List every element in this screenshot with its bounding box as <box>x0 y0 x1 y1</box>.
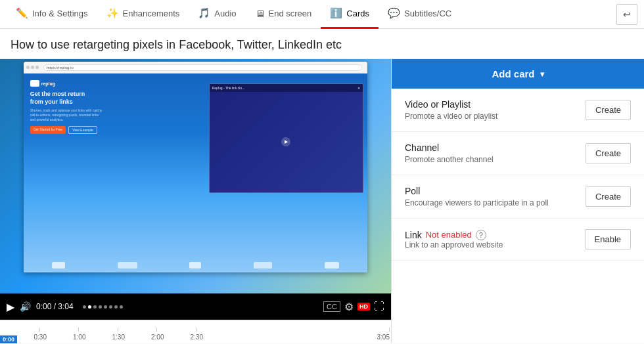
time-display: 0:00 / 3:04 <box>36 302 74 311</box>
site-headline: Get the most return from your links <box>30 91 96 106</box>
play-button[interactable]: ▶ <box>7 301 14 313</box>
browser-dot-3 <box>35 66 39 69</box>
progress-dots <box>83 305 123 309</box>
card-desc-poll: Encourage viewers to participate in a po… <box>405 198 549 207</box>
timeline-start-badge: 0:00 <box>0 335 17 343</box>
label-230: 2:30 <box>191 333 203 341</box>
card-option-link: Link Not enabled ? Link to an approved w… <box>392 219 644 261</box>
music-icon: 🎵 <box>198 7 210 19</box>
dropdown-arrow-icon: ▾ <box>540 70 544 79</box>
brand-logos-row <box>26 262 365 269</box>
site-cta-btn: Get Started for Free <box>30 126 66 134</box>
create-poll-button[interactable]: Create <box>586 186 631 207</box>
nav-audio[interactable]: 🎵 Audio <box>189 0 245 29</box>
inner-video-body: ▶ <box>210 92 363 192</box>
logo-shape <box>30 80 39 87</box>
browser-content: replug Get the most return from your lin… <box>24 74 368 272</box>
browser-dot-2 <box>31 66 34 69</box>
card-option-info-poll: Poll Encourage viewers to participate in… <box>405 186 549 207</box>
label-030: 0:30 <box>34 333 47 341</box>
volume-button[interactable]: 🔊 <box>20 301 31 312</box>
back-button[interactable]: ↩ <box>616 4 637 25</box>
top-nav: ✏️ Info & Settings ✨ Enhancements 🎵 Audi… <box>0 0 644 29</box>
site-cta2-btn: View Example <box>68 126 97 134</box>
video-controls: ▶ 🔊 0:00 / 3:04 CC ⚙ HD ⛶ <box>0 293 391 320</box>
enable-link-button[interactable]: Enable <box>585 229 631 249</box>
brand-logo-2 <box>118 262 137 269</box>
browser-mockup: https://replug.io replug Get the most re… <box>24 62 368 272</box>
video-frame[interactable]: https://replug.io replug Get the most re… <box>0 59 391 293</box>
dot-4 <box>99 305 102 309</box>
site-subtext: Shorten, track and optimize your links w… <box>30 108 103 122</box>
inner-video-header: Replug - The link clo... ✕ <box>210 84 363 92</box>
nav-subtitles[interactable]: 💬 Subtitles/CC <box>379 0 461 29</box>
link-title-row: Link Not enabled ? <box>405 230 503 240</box>
brand-logo-3 <box>189 262 201 269</box>
dot-6 <box>109 305 112 309</box>
browser-url: https://replug.io <box>43 64 363 71</box>
dot-7 <box>114 305 118 309</box>
edit-icon: ✏️ <box>16 7 28 19</box>
label-130: 1:30 <box>112 333 125 341</box>
right-panel: Add card ▾ Video or Playlist Promote a v… <box>391 59 644 343</box>
page-title: How to use retargeting pixels in Faceboo… <box>11 38 633 52</box>
tick-end <box>389 328 390 332</box>
video-area: https://replug.io replug Get the most re… <box>0 59 391 343</box>
timeline-track[interactable]: 0:00 0:30 1:00 1:30 2:00 2:30 3:05 <box>0 320 391 343</box>
nav-info-settings[interactable]: ✏️ Info & Settings <box>7 0 97 29</box>
card-title-poll: Poll <box>405 186 549 196</box>
help-icon[interactable]: ? <box>476 230 486 240</box>
create-video-button[interactable]: Create <box>586 100 631 120</box>
logo-text: replug <box>41 81 55 86</box>
screen-icon: 🖥 <box>255 8 265 19</box>
nav-end-screen[interactable]: 🖥 End screen <box>246 0 321 29</box>
tick-4 <box>156 328 157 332</box>
create-channel-button[interactable]: Create <box>586 143 631 163</box>
dot-3 <box>93 305 97 309</box>
card-desc-video: Promote a video or playlist <box>405 112 497 121</box>
inner-play-button[interactable]: ▶ <box>281 137 290 146</box>
card-option-channel: Channel Promote another channel Create <box>392 132 644 175</box>
label-end: 3:05 <box>377 333 390 341</box>
card-option-info-video: Video or Playlist Promote a video or pla… <box>405 99 497 121</box>
inner-video-player: Replug - The link clo... ✕ ▶ <box>209 83 364 193</box>
site-cta-row: Get Started for Free View Example <box>30 126 97 134</box>
tick-5 <box>196 328 196 332</box>
tick-1 <box>39 328 40 332</box>
card-option-poll: Poll Encourage viewers to participate in… <box>392 175 644 219</box>
video-screenshot: https://replug.io replug Get the most re… <box>0 59 391 293</box>
fullscreen-button[interactable]: ⛶ <box>374 301 384 312</box>
quality-badge[interactable]: HD <box>357 303 370 311</box>
cc-button[interactable]: CC <box>323 301 340 312</box>
label-100: 1:00 <box>73 333 85 341</box>
controls-right: CC ⚙ HD ⛶ <box>323 301 384 313</box>
cc-icon: 💬 <box>388 7 400 19</box>
dot-5 <box>104 305 107 309</box>
dot-8 <box>120 305 123 309</box>
card-desc-link: Link to an approved website <box>405 240 503 249</box>
timeline-bar[interactable]: 0:00 0:30 1:00 1:30 2:00 2:30 3:05 <box>0 320 391 343</box>
dot-2 <box>88 305 91 309</box>
site-logo: replug <box>30 80 55 87</box>
browser-bar: https://replug.io <box>24 62 368 74</box>
card-title-video: Video or Playlist <box>405 99 497 110</box>
main-content: https://replug.io replug Get the most re… <box>0 59 644 343</box>
dot-1 <box>83 305 86 309</box>
card-option-info-link: Link Not enabled ? Link to an approved w… <box>405 230 503 249</box>
add-card-button[interactable]: Add card ▾ <box>392 59 644 89</box>
card-title-channel: Channel <box>405 142 494 153</box>
nav-cards[interactable]: ℹ️ Cards <box>321 0 379 29</box>
card-option-video-playlist: Video or Playlist Promote a video or pla… <box>392 89 644 132</box>
settings-button[interactable]: ⚙ <box>344 301 354 313</box>
nav-enhancements[interactable]: ✨ Enhancements <box>97 0 189 29</box>
card-title-link: Link <box>405 230 422 240</box>
card-desc-channel: Promote another channel <box>405 155 494 164</box>
brand-logo-1 <box>52 262 65 269</box>
sparkle-icon: ✨ <box>106 7 119 19</box>
info-icon: ℹ️ <box>330 7 342 19</box>
label-200: 2:00 <box>151 333 164 341</box>
page-title-bar: How to use retargeting pixels in Faceboo… <box>0 29 644 59</box>
brand-logo-4 <box>254 262 272 269</box>
browser-dots <box>26 66 39 69</box>
tick-3 <box>118 328 118 332</box>
